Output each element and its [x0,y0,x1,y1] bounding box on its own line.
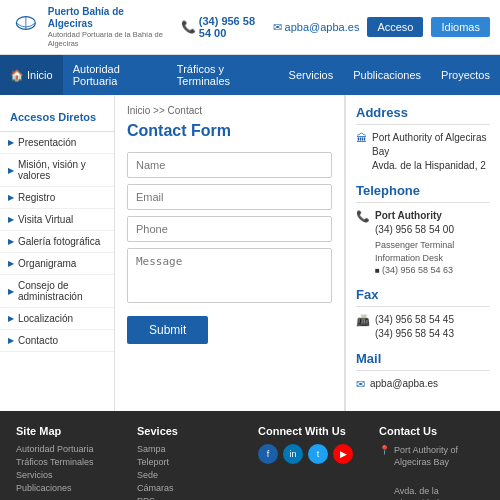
mail-title: Mail [356,351,490,371]
footer-service-teleport[interactable]: Teleport [137,457,242,467]
youtube-icon[interactable]: ▶ [333,444,353,464]
footer-services-title: Sevices [137,425,242,437]
fax-info: 📠 (34) 956 58 54 45 (34) 956 58 54 43 [356,313,490,341]
nav-item-proyectos[interactable]: Proyectos [431,55,500,95]
logo-icon [10,12,42,42]
arrow-icon: ▶ [8,215,14,224]
sidebar: Accesos Diretos ▶ Presentación ▶ Misión,… [0,95,115,411]
mail-section: Mail ✉ apba@apba.es [356,351,490,391]
telephone-info: 📞 Port Authority (34) 956 58 54 00 Passe… [356,209,490,277]
main-nav: 🏠 Inicio Autoridad Portuaria Tráficos y … [0,55,500,95]
phone-icon: 📞 [181,20,196,34]
idiomas-button[interactable]: Idiomas [431,17,490,37]
footer-services: Sevices Sampa Teleport Sede Cámaras PPS [137,425,242,500]
breadcrumb: Inicio >> Contact [127,105,332,116]
name-field[interactable] [127,152,332,178]
footer-sitemap-title: Site Map [16,425,121,437]
address-section: Address 🏛 Port Authority of Algeciras Ba… [356,105,490,173]
nav-item-publicaciones[interactable]: Publicaciones [343,55,431,95]
message-field[interactable] [127,248,332,303]
arrow-icon: ▶ [8,287,14,296]
nav-item-autoridad[interactable]: Autoridad Portuaria [63,55,167,95]
fax-title: Fax [356,287,490,307]
location-icon: 📍 [379,445,390,455]
footer-service-sede[interactable]: Sede [137,470,242,480]
sidebar-item-mision[interactable]: ▶ Misión, visión y valores [0,154,114,187]
address-info: 🏛 Port Authority of Algeciras Bay Avda. … [356,131,490,173]
fax-icon: 📠 [356,314,370,327]
nav-item-traficos[interactable]: Tráficos y Terminales [167,55,279,95]
arrow-icon: ▶ [8,314,14,323]
acceso-button[interactable]: Acceso [367,17,423,37]
header-email: ✉ apba@apba.es [273,21,360,34]
sidebar-item-galeria[interactable]: ▶ Galería fotográfica [0,231,114,253]
sidebar-item-registro[interactable]: ▶ Registro [0,187,114,209]
footer-service-camaras[interactable]: Cámaras [137,483,242,493]
footer-contact: Contact Us 📍 Port Authority of Algeciras… [379,425,484,500]
logo-title: Puerto Bahía de Algeciras [48,6,165,30]
footer-link-servicios[interactable]: Servicios [16,470,121,480]
footer-service-sampa[interactable]: Sampa [137,444,242,454]
header: Puerto Bahía de Algeciras Autoridad Port… [0,0,500,55]
arrow-icon: ▶ [8,259,14,268]
phone-icon: 📞 [356,210,370,223]
arrow-icon: ▶ [8,336,14,345]
twitter-icon[interactable]: t [308,444,328,464]
footer-link-publicaciones[interactable]: Publicaciones [16,483,121,493]
arrow-icon: ▶ [8,138,14,147]
footer-top: Site Map Autoridad Portuaria Tráficos Te… [0,411,500,500]
sidebar-item-consejo[interactable]: ▶ Consejo de administración [0,275,114,308]
content-area: Inicio >> Contact Contact Form Submit [115,95,345,411]
social-icons: f in t ▶ [258,444,363,464]
email-icon: ✉ [273,21,282,34]
sidebar-item-visita[interactable]: ▶ Visita Virtual [0,209,114,231]
footer-connect: Connect With Us f in t ▶ [258,425,363,500]
building-icon: 🏛 [356,132,367,144]
sidebar-item-organigrama[interactable]: ▶ Organigrama [0,253,114,275]
mail-info: ✉ apba@apba.es [356,377,490,391]
mail-icon: ✉ [356,378,365,391]
sidebar-item-localizacion[interactable]: ▶ Localización [0,308,114,330]
footer-contact-address: 📍 Port Authority of Algeciras Bay Avda. … [379,444,484,500]
sidebar-title: Accesos Diretos [0,105,114,132]
logo: Puerto Bahía de Algeciras Autoridad Port… [10,6,165,48]
right-panel: Address 🏛 Port Authority of Algeciras Ba… [345,95,500,411]
email-field[interactable] [127,184,332,210]
address-title: Address [356,105,490,125]
footer-link-autoridad[interactable]: Autoridad Portuaria [16,444,121,454]
phone-field[interactable] [127,216,332,242]
arrow-icon: ▶ [8,237,14,246]
footer-contact-title: Contact Us [379,425,484,437]
contact-form: Submit [127,152,332,344]
logo-subtitle: Autoridad Portuaria de la Bahía de Algec… [48,30,165,48]
linkedin-icon[interactable]: in [283,444,303,464]
sidebar-item-contacto[interactable]: ▶ Contacto [0,330,114,352]
telephone-section: Telephone 📞 Port Authority (34) 956 58 5… [356,183,490,277]
nav-item-servicios[interactable]: Servicios [279,55,344,95]
header-phone: 📞 (34) 956 58 54 00 [181,15,265,39]
footer-service-pps[interactable]: PPS [137,496,242,500]
footer-link-traficos[interactable]: Tráficos Terminales [16,457,121,467]
logo-text: Puerto Bahía de Algeciras Autoridad Port… [48,6,165,48]
home-icon: 🏠 [10,69,24,82]
facebook-icon[interactable]: f [258,444,278,464]
arrow-icon: ▶ [8,166,14,175]
page-title: Contact Form [127,122,332,140]
sidebar-item-presentacion[interactable]: ▶ Presentación [0,132,114,154]
submit-button[interactable]: Submit [127,316,208,344]
footer-connect-title: Connect With Us [258,425,363,437]
telephone-title: Telephone [356,183,490,203]
footer-sitemap: Site Map Autoridad Portuaria Tráficos Te… [16,425,121,500]
nav-item-inicio[interactable]: 🏠 Inicio [0,55,63,95]
arrow-icon: ▶ [8,193,14,202]
fax-section: Fax 📠 (34) 956 58 54 45 (34) 956 58 54 4… [356,287,490,341]
main-body: Accesos Diretos ▶ Presentación ▶ Misión,… [0,95,500,411]
